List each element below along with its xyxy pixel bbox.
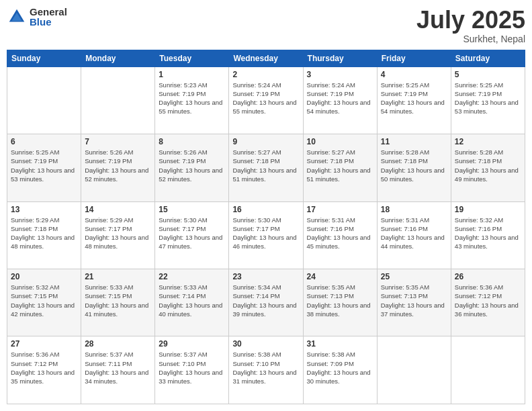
day-number: 26 [455, 272, 521, 281]
calendar-day-cell: 4Sunrise: 5:25 AMSunset: 7:19 PMDaylight… [377, 66, 451, 134]
calendar-day-cell: 14Sunrise: 5:29 AMSunset: 7:17 PMDayligh… [81, 201, 155, 269]
calendar-day-cell: 19Sunrise: 5:32 AMSunset: 7:16 PMDayligh… [451, 201, 525, 269]
day-info: Sunrise: 5:38 AMSunset: 7:10 PMDaylight:… [232, 350, 299, 385]
day-number: 22 [159, 272, 225, 281]
day-info: Sunrise: 5:35 AMSunset: 7:13 PMDaylight:… [307, 283, 373, 318]
calendar-day-cell: 29Sunrise: 5:37 AMSunset: 7:10 PMDayligh… [155, 336, 229, 404]
day-info: Sunrise: 5:28 AMSunset: 7:18 PMDaylight:… [455, 148, 521, 183]
calendar-day-cell: 5Sunrise: 5:25 AMSunset: 7:19 PMDaylight… [451, 66, 525, 134]
day-number: 4 [381, 70, 447, 79]
weekday-header: Friday [377, 50, 451, 66]
header-row: SundayMondayTuesdayWednesdayThursdayFrid… [7, 50, 525, 66]
calendar-day-cell: 8Sunrise: 5:26 AMSunset: 7:19 PMDaylight… [155, 134, 229, 201]
day-info: Sunrise: 5:37 AMSunset: 7:10 PMDaylight:… [159, 350, 225, 385]
weekday-header: Monday [81, 50, 155, 66]
calendar-day-cell: 28Sunrise: 5:37 AMSunset: 7:11 PMDayligh… [81, 336, 155, 404]
calendar-day-cell: 25Sunrise: 5:35 AMSunset: 7:13 PMDayligh… [377, 269, 451, 336]
calendar-day-cell [377, 336, 451, 404]
day-info: Sunrise: 5:26 AMSunset: 7:19 PMDaylight:… [85, 148, 151, 183]
day-number: 12 [455, 137, 521, 146]
day-number: 31 [307, 339, 373, 349]
calendar-week-row: 1Sunrise: 5:23 AMSunset: 7:19 PMDaylight… [7, 66, 525, 134]
calendar-day-cell: 17Sunrise: 5:31 AMSunset: 7:16 PMDayligh… [303, 201, 377, 269]
day-info: Sunrise: 5:24 AMSunset: 7:19 PMDaylight:… [232, 81, 299, 116]
calendar-day-cell: 20Sunrise: 5:32 AMSunset: 7:15 PMDayligh… [7, 269, 81, 336]
logo-blue: Blue [30, 17, 67, 27]
calendar-week-row: 6Sunrise: 5:25 AMSunset: 7:19 PMDaylight… [7, 134, 525, 201]
day-info: Sunrise: 5:29 AMSunset: 7:18 PMDaylight:… [11, 216, 77, 251]
weekday-header: Thursday [303, 50, 377, 66]
day-info: Sunrise: 5:27 AMSunset: 7:18 PMDaylight:… [232, 148, 299, 183]
day-number: 30 [232, 339, 299, 349]
month-title: July 2025 [416, 7, 525, 34]
day-info: Sunrise: 5:24 AMSunset: 7:19 PMDaylight:… [307, 81, 373, 116]
day-number: 6 [11, 137, 77, 146]
day-number: 29 [159, 339, 225, 349]
day-info: Sunrise: 5:31 AMSunset: 7:16 PMDaylight:… [381, 216, 447, 251]
day-info: Sunrise: 5:25 AMSunset: 7:19 PMDaylight:… [11, 148, 77, 183]
calendar-day-cell: 9Sunrise: 5:27 AMSunset: 7:18 PMDaylight… [229, 134, 303, 201]
calendar-week-row: 20Sunrise: 5:32 AMSunset: 7:15 PMDayligh… [7, 269, 525, 336]
day-info: Sunrise: 5:30 AMSunset: 7:17 PMDaylight:… [159, 216, 225, 251]
day-info: Sunrise: 5:35 AMSunset: 7:13 PMDaylight:… [381, 283, 447, 318]
day-number: 27 [11, 339, 77, 349]
title-block: July 2025 Surkhet, Nepal [416, 7, 525, 44]
day-number: 1 [159, 70, 225, 79]
calendar-week-row: 13Sunrise: 5:29 AMSunset: 7:18 PMDayligh… [7, 201, 525, 269]
day-number: 10 [307, 137, 373, 146]
logo-icon [7, 7, 27, 27]
calendar-day-cell: 16Sunrise: 5:30 AMSunset: 7:17 PMDayligh… [229, 201, 303, 269]
weekday-header: Saturday [451, 50, 525, 66]
day-number: 8 [159, 137, 225, 146]
calendar-table: SundayMondayTuesdayWednesdayThursdayFrid… [7, 50, 525, 404]
day-info: Sunrise: 5:32 AMSunset: 7:16 PMDaylight:… [455, 216, 521, 251]
day-info: Sunrise: 5:33 AMSunset: 7:15 PMDaylight:… [85, 283, 151, 318]
day-number: 25 [381, 272, 447, 281]
day-number: 14 [85, 205, 151, 214]
day-number: 7 [85, 137, 151, 146]
day-number: 9 [232, 137, 299, 146]
day-number: 15 [159, 205, 225, 214]
day-info: Sunrise: 5:27 AMSunset: 7:18 PMDaylight:… [307, 148, 373, 183]
calendar-day-cell: 22Sunrise: 5:33 AMSunset: 7:14 PMDayligh… [155, 269, 229, 336]
day-number: 17 [307, 205, 373, 214]
calendar-day-cell: 13Sunrise: 5:29 AMSunset: 7:18 PMDayligh… [7, 201, 81, 269]
day-info: Sunrise: 5:33 AMSunset: 7:14 PMDaylight:… [159, 283, 225, 318]
calendar-day-cell: 1Sunrise: 5:23 AMSunset: 7:19 PMDaylight… [155, 66, 229, 134]
day-number: 23 [232, 272, 299, 281]
day-info: Sunrise: 5:26 AMSunset: 7:19 PMDaylight:… [159, 148, 225, 183]
weekday-header: Tuesday [155, 50, 229, 66]
calendar-day-cell: 27Sunrise: 5:36 AMSunset: 7:12 PMDayligh… [7, 336, 81, 404]
day-info: Sunrise: 5:25 AMSunset: 7:19 PMDaylight:… [455, 81, 521, 116]
day-number: 18 [381, 205, 447, 214]
day-number: 19 [455, 205, 521, 214]
header: General Blue July 2025 Surkhet, Nepal [7, 7, 525, 44]
calendar-day-cell [451, 336, 525, 404]
location-subtitle: Surkhet, Nepal [416, 34, 525, 44]
logo-text: General Blue [30, 7, 67, 27]
day-number: 16 [232, 205, 299, 214]
calendar-day-cell: 24Sunrise: 5:35 AMSunset: 7:13 PMDayligh… [303, 269, 377, 336]
logo: General Blue [7, 7, 67, 27]
logo-general: General [30, 7, 67, 17]
calendar-day-cell: 12Sunrise: 5:28 AMSunset: 7:18 PMDayligh… [451, 134, 525, 201]
calendar-day-cell: 26Sunrise: 5:36 AMSunset: 7:12 PMDayligh… [451, 269, 525, 336]
calendar-day-cell: 10Sunrise: 5:27 AMSunset: 7:18 PMDayligh… [303, 134, 377, 201]
day-info: Sunrise: 5:23 AMSunset: 7:19 PMDaylight:… [159, 81, 225, 116]
day-info: Sunrise: 5:36 AMSunset: 7:12 PMDaylight:… [455, 283, 521, 318]
day-info: Sunrise: 5:28 AMSunset: 7:18 PMDaylight:… [381, 148, 447, 183]
page: General Blue July 2025 Surkhet, Nepal Su… [0, 0, 532, 411]
day-number: 28 [85, 339, 151, 349]
day-number: 3 [307, 70, 373, 79]
calendar-day-cell: 21Sunrise: 5:33 AMSunset: 7:15 PMDayligh… [81, 269, 155, 336]
day-number: 21 [85, 272, 151, 281]
calendar-day-cell: 18Sunrise: 5:31 AMSunset: 7:16 PMDayligh… [377, 201, 451, 269]
day-number: 20 [11, 272, 77, 281]
day-info: Sunrise: 5:29 AMSunset: 7:17 PMDaylight:… [85, 216, 151, 251]
calendar-day-cell: 31Sunrise: 5:38 AMSunset: 7:09 PMDayligh… [303, 336, 377, 404]
day-number: 24 [307, 272, 373, 281]
day-info: Sunrise: 5:30 AMSunset: 7:17 PMDaylight:… [232, 216, 299, 251]
day-info: Sunrise: 5:37 AMSunset: 7:11 PMDaylight:… [85, 350, 151, 385]
calendar-day-cell: 30Sunrise: 5:38 AMSunset: 7:10 PMDayligh… [229, 336, 303, 404]
calendar-day-cell: 6Sunrise: 5:25 AMSunset: 7:19 PMDaylight… [7, 134, 81, 201]
